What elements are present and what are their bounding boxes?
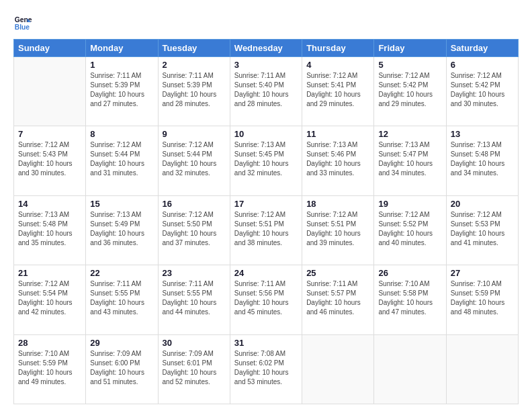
calendar-week-row: 1Sunrise: 7:11 AM Sunset: 5:39 PM Daylig… [14, 57, 519, 126]
calendar-day-cell: 5Sunrise: 7:12 AM Sunset: 5:42 PM Daylig… [374, 57, 446, 126]
day-number: 12 [378, 129, 441, 139]
calendar-day-cell: 17Sunrise: 7:12 AM Sunset: 5:51 PM Dayli… [230, 195, 302, 265]
day-number: 21 [18, 268, 81, 278]
calendar-day-cell: 11Sunrise: 7:13 AM Sunset: 5:46 PM Dayli… [302, 126, 374, 195]
day-info: Sunrise: 7:12 AM Sunset: 5:50 PM Dayligh… [163, 210, 226, 248]
day-number: 31 [234, 338, 298, 348]
calendar-day-cell: 15Sunrise: 7:13 AM Sunset: 5:49 PM Dayli… [86, 195, 158, 265]
day-number: 20 [451, 199, 514, 209]
calendar-day-cell: 16Sunrise: 7:12 AM Sunset: 5:50 PM Dayli… [158, 195, 230, 265]
calendar-day-cell: 12Sunrise: 7:13 AM Sunset: 5:47 PM Dayli… [374, 126, 446, 195]
day-number: 5 [378, 60, 441, 70]
day-info: Sunrise: 7:13 AM Sunset: 5:49 PM Dayligh… [90, 210, 153, 248]
day-info: Sunrise: 7:11 AM Sunset: 5:56 PM Dayligh… [234, 279, 298, 317]
day-info: Sunrise: 7:12 AM Sunset: 5:52 PM Dayligh… [378, 210, 441, 248]
day-number: 18 [306, 199, 369, 209]
day-info: Sunrise: 7:13 AM Sunset: 5:48 PM Dayligh… [451, 140, 514, 178]
calendar-day-cell: 13Sunrise: 7:13 AM Sunset: 5:48 PM Dayli… [446, 126, 518, 195]
day-number: 26 [378, 268, 441, 278]
day-info: Sunrise: 7:10 AM Sunset: 5:59 PM Dayligh… [18, 349, 81, 387]
day-number: 2 [163, 60, 226, 70]
calendar-day-cell [446, 334, 518, 404]
calendar-day-cell: 29Sunrise: 7:09 AM Sunset: 6:00 PM Dayli… [86, 334, 158, 404]
day-info: Sunrise: 7:12 AM Sunset: 5:51 PM Dayligh… [234, 210, 298, 248]
svg-text:General: General [15, 16, 32, 24]
day-header-saturday: Saturday [446, 40, 518, 57]
day-info: Sunrise: 7:11 AM Sunset: 5:39 PM Dayligh… [163, 71, 226, 109]
day-number: 1 [90, 60, 153, 70]
day-header-friday: Friday [374, 40, 446, 57]
day-number: 11 [306, 129, 369, 139]
calendar-day-cell: 7Sunrise: 7:12 AM Sunset: 5:43 PM Daylig… [14, 126, 86, 195]
calendar-day-cell: 21Sunrise: 7:12 AM Sunset: 5:54 PM Dayli… [14, 265, 86, 334]
day-info: Sunrise: 7:09 AM Sunset: 6:01 PM Dayligh… [163, 349, 226, 387]
calendar-day-cell: 31Sunrise: 7:08 AM Sunset: 6:02 PM Dayli… [230, 334, 302, 404]
calendar-day-cell: 1Sunrise: 7:11 AM Sunset: 5:39 PM Daylig… [86, 57, 158, 126]
svg-text:Blue: Blue [15, 24, 30, 31]
day-header-sunday: Sunday [14, 40, 86, 57]
calendar-day-cell: 27Sunrise: 7:10 AM Sunset: 5:59 PM Dayli… [446, 265, 518, 334]
calendar-day-cell [374, 334, 446, 404]
day-number: 22 [90, 268, 153, 278]
calendar-day-cell: 23Sunrise: 7:11 AM Sunset: 5:55 PM Dayli… [158, 265, 230, 334]
day-info: Sunrise: 7:12 AM Sunset: 5:53 PM Dayligh… [451, 210, 514, 248]
calendar-day-cell: 26Sunrise: 7:10 AM Sunset: 5:58 PM Dayli… [374, 265, 446, 334]
calendar-day-cell [14, 57, 86, 126]
calendar-day-cell: 6Sunrise: 7:12 AM Sunset: 5:42 PM Daylig… [446, 57, 518, 126]
day-info: Sunrise: 7:12 AM Sunset: 5:44 PM Dayligh… [90, 140, 153, 178]
day-info: Sunrise: 7:12 AM Sunset: 5:51 PM Dayligh… [306, 210, 369, 248]
day-info: Sunrise: 7:13 AM Sunset: 5:48 PM Dayligh… [18, 210, 81, 248]
calendar-week-row: 7Sunrise: 7:12 AM Sunset: 5:43 PM Daylig… [14, 126, 519, 195]
day-header-tuesday: Tuesday [158, 40, 230, 57]
day-info: Sunrise: 7:11 AM Sunset: 5:57 PM Dayligh… [306, 279, 369, 317]
day-number: 10 [234, 129, 298, 139]
day-info: Sunrise: 7:10 AM Sunset: 5:58 PM Dayligh… [378, 279, 441, 317]
day-info: Sunrise: 7:12 AM Sunset: 5:42 PM Dayligh… [378, 71, 441, 109]
day-info: Sunrise: 7:12 AM Sunset: 5:41 PM Dayligh… [306, 71, 369, 109]
day-number: 24 [234, 268, 298, 278]
day-number: 8 [90, 129, 153, 139]
day-number: 17 [234, 199, 298, 209]
calendar-day-cell: 19Sunrise: 7:12 AM Sunset: 5:52 PM Dayli… [374, 195, 446, 265]
calendar-day-cell: 20Sunrise: 7:12 AM Sunset: 5:53 PM Dayli… [446, 195, 518, 265]
calendar-week-row: 14Sunrise: 7:13 AM Sunset: 5:48 PM Dayli… [14, 195, 519, 265]
calendar-day-cell: 4Sunrise: 7:12 AM Sunset: 5:41 PM Daylig… [302, 57, 374, 126]
calendar-week-row: 28Sunrise: 7:10 AM Sunset: 5:59 PM Dayli… [14, 334, 519, 404]
day-number: 25 [306, 268, 369, 278]
calendar-day-cell: 10Sunrise: 7:13 AM Sunset: 5:45 PM Dayli… [230, 126, 302, 195]
calendar-day-cell: 3Sunrise: 7:11 AM Sunset: 5:40 PM Daylig… [230, 57, 302, 126]
calendar-day-cell: 2Sunrise: 7:11 AM Sunset: 5:39 PM Daylig… [158, 57, 230, 126]
day-info: Sunrise: 7:08 AM Sunset: 6:02 PM Dayligh… [234, 349, 298, 387]
day-info: Sunrise: 7:12 AM Sunset: 5:54 PM Dayligh… [18, 279, 81, 317]
day-info: Sunrise: 7:12 AM Sunset: 5:42 PM Dayligh… [451, 71, 514, 109]
header: General Blue [13, 13, 519, 32]
day-number: 9 [163, 129, 226, 139]
calendar-day-cell: 24Sunrise: 7:11 AM Sunset: 5:56 PM Dayli… [230, 265, 302, 334]
day-header-wednesday: Wednesday [230, 40, 302, 57]
logo: General Blue [13, 13, 35, 32]
page: General Blue SundayMondayTuesdayWednesda… [0, 0, 532, 411]
day-number: 6 [451, 60, 514, 70]
day-info: Sunrise: 7:12 AM Sunset: 5:43 PM Dayligh… [18, 140, 81, 178]
day-info: Sunrise: 7:13 AM Sunset: 5:45 PM Dayligh… [234, 140, 298, 178]
calendar-week-row: 21Sunrise: 7:12 AM Sunset: 5:54 PM Dayli… [14, 265, 519, 334]
day-info: Sunrise: 7:13 AM Sunset: 5:47 PM Dayligh… [378, 140, 441, 178]
day-header-thursday: Thursday [302, 40, 374, 57]
calendar-day-cell [302, 334, 374, 404]
day-number: 4 [306, 60, 369, 70]
calendar-day-cell: 25Sunrise: 7:11 AM Sunset: 5:57 PM Dayli… [302, 265, 374, 334]
day-info: Sunrise: 7:11 AM Sunset: 5:40 PM Dayligh… [234, 71, 298, 109]
day-number: 3 [234, 60, 298, 70]
day-info: Sunrise: 7:11 AM Sunset: 5:39 PM Dayligh… [90, 71, 153, 109]
day-info: Sunrise: 7:09 AM Sunset: 6:00 PM Dayligh… [90, 349, 153, 387]
calendar-day-cell: 18Sunrise: 7:12 AM Sunset: 5:51 PM Dayli… [302, 195, 374, 265]
calendar-day-cell: 30Sunrise: 7:09 AM Sunset: 6:01 PM Dayli… [158, 334, 230, 404]
day-number: 23 [163, 268, 226, 278]
day-info: Sunrise: 7:10 AM Sunset: 5:59 PM Dayligh… [451, 279, 514, 317]
day-header-monday: Monday [86, 40, 158, 57]
day-number: 27 [451, 268, 514, 278]
calendar-day-cell: 28Sunrise: 7:10 AM Sunset: 5:59 PM Dayli… [14, 334, 86, 404]
calendar-day-cell: 14Sunrise: 7:13 AM Sunset: 5:48 PM Dayli… [14, 195, 86, 265]
calendar-header-row: SundayMondayTuesdayWednesdayThursdayFrid… [14, 40, 519, 57]
day-info: Sunrise: 7:12 AM Sunset: 5:44 PM Dayligh… [163, 140, 226, 178]
